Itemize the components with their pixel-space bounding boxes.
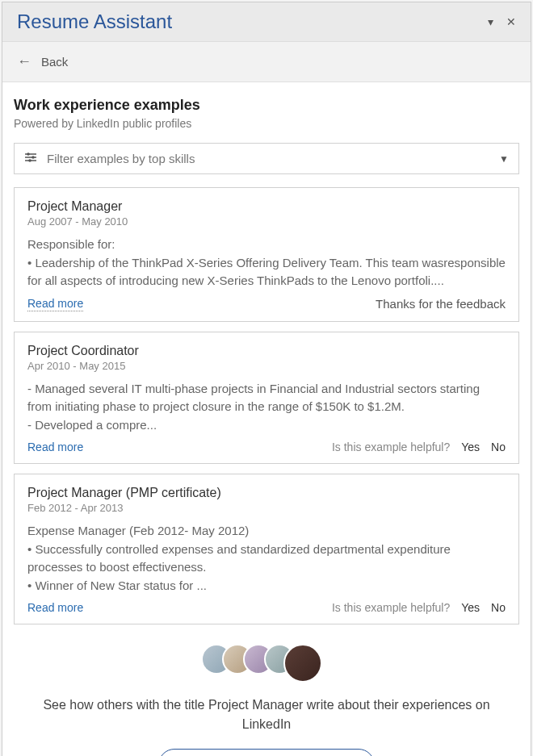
avatar-stack xyxy=(14,644,519,683)
content-area: Work experience examples Powered by Link… xyxy=(2,82,531,756)
helpful-question: Is this example helpful? xyxy=(332,601,450,614)
example-body: Expense Manager (Feb 2012- May 2012) • S… xyxy=(27,522,506,595)
example-title: Project Manager (PMP certificate) xyxy=(27,486,506,500)
back-arrow-icon[interactable]: ← xyxy=(17,53,31,70)
see-examples-linkedin-button[interactable]: See examples on LinkedIn → xyxy=(158,749,376,756)
back-bar[interactable]: ← Back xyxy=(2,42,531,82)
section-subtitle: Powered by LinkedIn public profiles xyxy=(14,117,519,130)
helpful-yes[interactable]: Yes xyxy=(461,601,480,614)
example-title: Project Manager xyxy=(27,199,506,214)
resume-assistant-panel: Resume Assistant ▾ ✕ ← Back Work experie… xyxy=(2,2,531,756)
back-label: Back xyxy=(41,55,68,69)
helpful-question: Is this example helpful? xyxy=(332,441,450,453)
close-icon[interactable]: ✕ xyxy=(506,15,516,28)
example-body: Responsible for: • Leadership of the Thi… xyxy=(27,236,506,290)
titlebar: Resume Assistant ▾ ✕ xyxy=(2,2,531,42)
example-card: Project Manager (PMP certificate) Feb 20… xyxy=(14,474,519,624)
example-title: Project Coordinator xyxy=(27,344,506,358)
read-more-link[interactable]: Read more xyxy=(27,297,83,311)
panel-title: Resume Assistant xyxy=(17,10,172,33)
helpful-yes[interactable]: Yes xyxy=(461,441,480,453)
feedback-thanks: Thanks for the feedback xyxy=(376,297,506,311)
read-more-link[interactable]: Read more xyxy=(27,441,83,453)
chevron-down-icon: ▼ xyxy=(499,153,509,165)
example-body: - Managed several IT multi-phase project… xyxy=(27,380,506,435)
svg-point-4 xyxy=(31,156,35,159)
helpful-no[interactable]: No xyxy=(491,601,506,614)
read-more-link[interactable]: Read more xyxy=(27,601,83,614)
see-how-text: See how others with the title Project Ma… xyxy=(14,695,519,734)
example-card: Project Coordinator Apr 2010 - May 2015 … xyxy=(14,332,519,465)
avatar xyxy=(283,644,322,683)
example-card: Project Manager Aug 2007 - May 2010 Resp… xyxy=(14,187,519,322)
example-dates: Feb 2012 - Apr 2013 xyxy=(27,502,506,514)
section-title: Work experience examples xyxy=(14,97,519,114)
svg-point-3 xyxy=(27,152,30,156)
helpful-prompt: Is this example helpful? Yes No xyxy=(332,601,506,614)
example-dates: Aug 2007 - May 2010 xyxy=(27,215,506,228)
dropdown-icon[interactable]: ▾ xyxy=(488,15,493,28)
filter-placeholder: Filter examples by top skills xyxy=(47,152,195,165)
filter-icon xyxy=(24,152,37,165)
helpful-no[interactable]: No xyxy=(491,441,506,453)
filter-dropdown[interactable]: Filter examples by top skills ▼ xyxy=(14,143,519,174)
example-dates: Apr 2010 - May 2015 xyxy=(27,360,506,372)
titlebar-actions: ▾ ✕ xyxy=(488,15,516,28)
helpful-prompt: Is this example helpful? Yes No xyxy=(332,441,506,453)
svg-point-5 xyxy=(28,159,31,162)
